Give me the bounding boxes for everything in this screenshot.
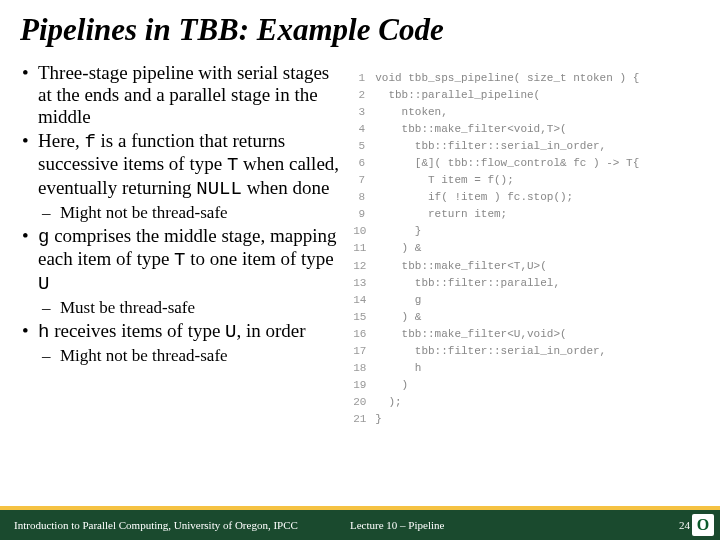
content-area: Three-stage pipeline with serial stages … xyxy=(20,62,700,492)
code-line: 15 ) & xyxy=(353,309,700,326)
line-number: 6 xyxy=(353,155,375,172)
line-number: 3 xyxy=(353,104,375,121)
code-text: [&]( tbb::flow_control& fc ) -> T{ xyxy=(375,155,639,172)
line-number: 17 xyxy=(353,343,375,360)
code-text: g xyxy=(375,292,421,309)
code-text: T item = f(); xyxy=(375,172,514,189)
line-number: 18 xyxy=(353,360,375,377)
footer-mid: Lecture 10 – Pipeline xyxy=(310,519,646,531)
bullet-column: Three-stage pipeline with serial stages … xyxy=(20,62,353,492)
bullet-item: Three-stage pipeline with serial stages … xyxy=(38,62,347,128)
line-number: 10 xyxy=(353,223,375,240)
code-text: tbb::parallel_pipeline( xyxy=(375,87,540,104)
line-number: 14 xyxy=(353,292,375,309)
code-inline: h xyxy=(38,321,49,343)
code-inline: U xyxy=(38,273,49,295)
bullet-text: Here, xyxy=(38,130,84,151)
line-number: 4 xyxy=(353,121,375,138)
code-text: ) & xyxy=(375,309,421,326)
code-text: ) & xyxy=(375,240,421,257)
code-text: tbb::filter::parallel, xyxy=(375,275,560,292)
code-text: void tbb_sps_pipeline( size_t ntoken ) { xyxy=(375,70,639,87)
code-text: ntoken, xyxy=(375,104,448,121)
bullet-text: when done xyxy=(242,177,330,198)
code-line: 3 ntoken, xyxy=(353,104,700,121)
code-inline: T xyxy=(174,249,185,271)
code-text: return item; xyxy=(375,206,507,223)
line-number: 8 xyxy=(353,189,375,206)
code-text: tbb::make_filter<T,U>( xyxy=(375,258,547,275)
code-text: tbb::make_filter<void,T>( xyxy=(375,121,566,138)
line-number: 16 xyxy=(353,326,375,343)
code-line: 12 tbb::make_filter<T,U>( xyxy=(353,258,700,275)
code-line: 14 g xyxy=(353,292,700,309)
code-line: 18 h xyxy=(353,360,700,377)
slide: Pipelines in TBB: Example Code Three-sta… xyxy=(0,0,720,540)
line-number: 12 xyxy=(353,258,375,275)
sub-bullet: Must be thread-safe xyxy=(60,298,347,318)
code-line: 2 tbb::parallel_pipeline( xyxy=(353,87,700,104)
code-inline: U xyxy=(225,321,236,343)
code-inline: T xyxy=(227,154,238,176)
line-number: 2 xyxy=(353,87,375,104)
line-number: 20 xyxy=(353,394,375,411)
code-line: 21} xyxy=(353,411,700,428)
code-line: 7 T item = f(); xyxy=(353,172,700,189)
code-text: tbb::filter::serial_in_order, xyxy=(375,343,606,360)
bullet-text: Must be thread-safe xyxy=(60,298,195,317)
line-number: 15 xyxy=(353,309,375,326)
bullet-text: receives items of type xyxy=(49,320,225,341)
code-text: if( !item ) fc.stop(); xyxy=(375,189,573,206)
code-text: } xyxy=(375,223,421,240)
bullet-text: Three-stage pipeline with serial stages … xyxy=(38,62,329,127)
code-text: ); xyxy=(375,394,401,411)
code-text: ) xyxy=(375,377,408,394)
code-text: h xyxy=(375,360,421,377)
line-number: 9 xyxy=(353,206,375,223)
bullet-text: , in order xyxy=(237,320,306,341)
code-line: 17 tbb::filter::serial_in_order, xyxy=(353,343,700,360)
bullet-text: Might not be thread-safe xyxy=(60,346,228,365)
logo-o-icon: O xyxy=(697,516,709,534)
line-number: 1 xyxy=(353,70,375,87)
code-column: 1void tbb_sps_pipeline( size_t ntoken ) … xyxy=(353,62,700,492)
footer-bar: Introduction to Parallel Computing, Univ… xyxy=(0,510,720,540)
code-line: 5 tbb::filter::serial_in_order, xyxy=(353,138,700,155)
code-line: 20 ); xyxy=(353,394,700,411)
code-inline: NULL xyxy=(196,178,242,200)
code-line: 19 ) xyxy=(353,377,700,394)
code-line: 16 tbb::make_filter<U,void>( xyxy=(353,326,700,343)
code-text: tbb::make_filter<U,void>( xyxy=(375,326,566,343)
bullet-item: g comprises the middle stage, mapping ea… xyxy=(38,225,347,318)
code-text: } xyxy=(375,411,382,428)
bullet-text: Might not be thread-safe xyxy=(60,203,228,222)
footer-left: Introduction to Parallel Computing, Univ… xyxy=(14,519,310,531)
code-line: 4 tbb::make_filter<void,T>( xyxy=(353,121,700,138)
code-text: tbb::filter::serial_in_order, xyxy=(375,138,606,155)
line-number: 11 xyxy=(353,240,375,257)
code-line: 8 if( !item ) fc.stop(); xyxy=(353,189,700,206)
code-line: 1void tbb_sps_pipeline( size_t ntoken ) … xyxy=(353,70,700,87)
line-number: 7 xyxy=(353,172,375,189)
code-line: 6 [&]( tbb::flow_control& fc ) -> T{ xyxy=(353,155,700,172)
line-number: 5 xyxy=(353,138,375,155)
code-inline: f xyxy=(84,131,95,153)
bullet-item: h receives items of type U, in order Mig… xyxy=(38,320,347,365)
code-line: 11 ) & xyxy=(353,240,700,257)
code-line: 13 tbb::filter::parallel, xyxy=(353,275,700,292)
sub-bullet: Might not be thread-safe xyxy=(60,346,347,366)
bullet-text: to one item of type xyxy=(186,248,334,269)
code-inline: g xyxy=(38,226,49,248)
university-logo: O xyxy=(692,514,714,536)
line-number: 13 xyxy=(353,275,375,292)
code-line: 10 } xyxy=(353,223,700,240)
slide-title: Pipelines in TBB: Example Code xyxy=(20,12,700,48)
bullet-item: Here, f is a function that returns succe… xyxy=(38,130,347,223)
code-line: 9 return item; xyxy=(353,206,700,223)
sub-bullet: Might not be thread-safe xyxy=(60,203,347,223)
line-number: 21 xyxy=(353,411,375,428)
line-number: 19 xyxy=(353,377,375,394)
